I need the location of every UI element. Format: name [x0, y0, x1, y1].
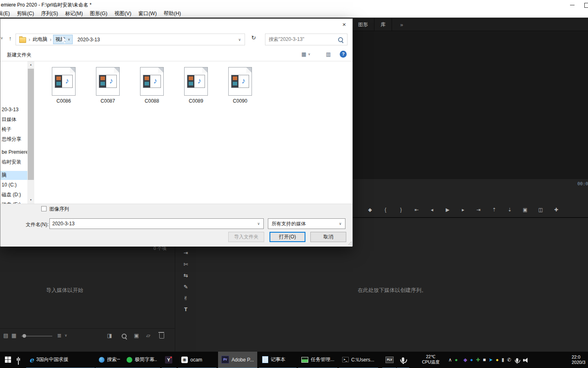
hand-tool-icon[interactable]: ✌ [175, 295, 196, 301]
change-view-button[interactable]: ▦∨ [301, 51, 310, 57]
tab-library[interactable]: 库 [374, 18, 392, 31]
sidebar-item[interactable]: 椅子 [0, 125, 27, 133]
find-icon[interactable] [122, 334, 127, 339]
menu-sequence[interactable]: 序列(S) [41, 10, 58, 17]
step-back-icon[interactable]: ◂ [430, 207, 434, 213]
tray-icon[interactable]: ● [496, 357, 499, 363]
taskbar-clock[interactable]: 22:0 2020/3 [572, 355, 586, 365]
scroll-up-icon[interactable]: ▲ [27, 61, 34, 68]
menu-clip[interactable]: 剪辑(C) [17, 10, 34, 17]
breadcrumb-current-folder[interactable]: 2020-3-13 [75, 37, 102, 43]
taskbar-app-subtitle[interactable]: 极简字幕... [123, 352, 160, 368]
scroll-down-icon[interactable]: ▼ [27, 197, 34, 204]
taskbar-app-y[interactable]: Y [162, 352, 176, 368]
clear-trash-icon[interactable] [159, 333, 164, 339]
menu-view[interactable]: 视图(V) [114, 10, 131, 17]
filetype-dropdown-icon[interactable]: ∨ [339, 222, 342, 226]
menu-help[interactable]: 帮助(H) [164, 10, 181, 17]
file-item[interactable]: ♪ C0089 [176, 67, 216, 104]
taskbar-app-premiere[interactable]: Pr Adobe P... [218, 352, 257, 368]
taskbar-app-recorder[interactable] [397, 352, 409, 368]
sidebar-item[interactable]: 磁盘 (D:) [0, 191, 27, 199]
open-button[interactable]: 打开(O) [270, 232, 305, 242]
sidebar-item-this-pc[interactable]: 脑 [0, 171, 27, 180]
play-icon[interactable]: ▶ [445, 207, 450, 213]
sidebar-scrollbar[interactable]: ▲ ▼ [27, 61, 34, 204]
sidebar-item[interactable]: 思维分享 [0, 135, 27, 143]
slip-tool-icon[interactable]: ⇆ [175, 272, 196, 278]
tray-microphone-icon[interactable] [516, 358, 519, 362]
sort-dropdown-icon[interactable]: ∨ [65, 333, 67, 337]
comparison-view-icon[interactable]: ◫ [538, 207, 543, 213]
pen-tool-icon[interactable]: ✎ [175, 284, 196, 290]
tray-icon[interactable]: ✚ [476, 357, 480, 363]
show-hidden-icons[interactable]: ∧ [448, 357, 452, 363]
image-sequence-checkbox[interactable] [41, 206, 47, 211]
new-item-icon[interactable]: ▱ [146, 332, 150, 339]
menu-graphics[interactable]: 图形(G) [90, 10, 107, 17]
tray-icon[interactable]: ● [470, 357, 473, 363]
mark-in-icon[interactable]: { [383, 207, 388, 213]
tab-graphics[interactable]: 图形 [352, 18, 374, 31]
extract-icon[interactable]: ⇣ [507, 207, 512, 213]
tab-overflow-icon[interactable]: » [400, 22, 403, 28]
history-chevron-icon[interactable]: ∨ [0, 36, 3, 40]
menu-window[interactable]: 窗口(W) [138, 10, 157, 17]
filename-input[interactable] [49, 218, 264, 229]
automate-to-sequence-icon[interactable]: ◨ [107, 332, 112, 339]
preview-pane-icon[interactable]: ▥ [326, 51, 331, 57]
task-view-button[interactable] [18, 357, 19, 365]
file-item[interactable]: ♪ C0086 [44, 67, 83, 104]
sidebar-item[interactable]: be Premiere [0, 148, 27, 156]
list-view-icon[interactable]: ▤ [3, 332, 8, 339]
tray-icon[interactable]: ▮ [501, 357, 504, 363]
address-bar[interactable]: › 此电脑 › 视频 ∨ 2020-3-13 ∨ [16, 34, 245, 45]
new-bin-icon[interactable]: ▣ [134, 332, 139, 339]
import-folder-button[interactable]: 导入文件夹 [228, 232, 264, 242]
file-item[interactable]: ♪ C0088 [132, 67, 172, 104]
taskbar-app-flv[interactable]: FLV [382, 352, 396, 368]
lift-icon[interactable]: ⇡ [492, 207, 497, 213]
breadcrumb-this-pc[interactable]: 此电脑 [30, 36, 50, 43]
volume-icon[interactable] [523, 357, 529, 363]
chevron-down-icon[interactable]: ∨ [68, 38, 70, 41]
close-icon[interactable]: × [336, 19, 352, 30]
sidebar-item[interactable]: 10 (C:) [0, 181, 27, 189]
tray-icon[interactable]: ➤ [489, 357, 493, 363]
track-select-tool-icon[interactable]: ⇥ [175, 250, 196, 256]
search-input[interactable]: 搜索"2020-3-13" [265, 36, 304, 43]
tray-icon[interactable]: ■ [483, 357, 486, 363]
tray-icon[interactable]: ● [455, 357, 458, 363]
resize-grip[interactable]: ◿ [348, 240, 352, 245]
tray-phone-icon[interactable]: ✆ [507, 357, 511, 363]
type-tool-icon[interactable]: T [175, 306, 196, 312]
export-frame-icon[interactable]: ▣ [523, 207, 528, 213]
taskbar-app-browser[interactable]: e 3国向中国求援 [26, 352, 95, 368]
taskbar-app-notepad[interactable]: 记事本 [259, 352, 296, 368]
filename-dropdown-icon[interactable]: ∨ [257, 222, 260, 226]
sidebar-item[interactable]: 磁盘 (E:) [0, 200, 27, 204]
refresh-icon[interactable]: ↻ [248, 34, 259, 45]
taskbar-app-taskmgr[interactable]: 任务管理... [298, 352, 337, 368]
menu-edit[interactable]: 辑(E) [0, 10, 10, 17]
help-icon[interactable]: ? [340, 51, 347, 58]
start-button[interactable] [5, 357, 11, 363]
sidebar-item[interactable]: 目媒体 [0, 115, 27, 123]
zoom-slider[interactable] [21, 336, 52, 337]
sidebar-item[interactable]: 20-3-13 [0, 105, 27, 114]
icon-view-icon[interactable]: ▦ [11, 332, 16, 339]
file-item[interactable]: ♪ C0087 [88, 67, 127, 104]
sidebar-item[interactable]: 临时安装 [0, 158, 27, 166]
cancel-button[interactable]: 取消 [310, 232, 346, 242]
up-folder-icon[interactable]: ↑ [6, 35, 15, 44]
step-forward-icon[interactable]: ▸ [461, 207, 466, 213]
search-box[interactable]: 搜索"2020-3-13" [265, 34, 347, 45]
taskbar-app-search[interactable]: 搜索一下 [96, 352, 123, 368]
scrollbar-thumb[interactable] [28, 69, 34, 180]
go-to-in-icon[interactable]: ⇤ [414, 207, 419, 213]
file-item[interactable]: ♪ C0090 [220, 67, 260, 104]
mark-out-icon[interactable]: } [399, 207, 403, 213]
search-icon[interactable] [338, 37, 343, 42]
taskbar-app-ocam[interactable]: ◉ ocam [178, 352, 216, 368]
menu-marker[interactable]: 标记(M) [65, 10, 83, 17]
